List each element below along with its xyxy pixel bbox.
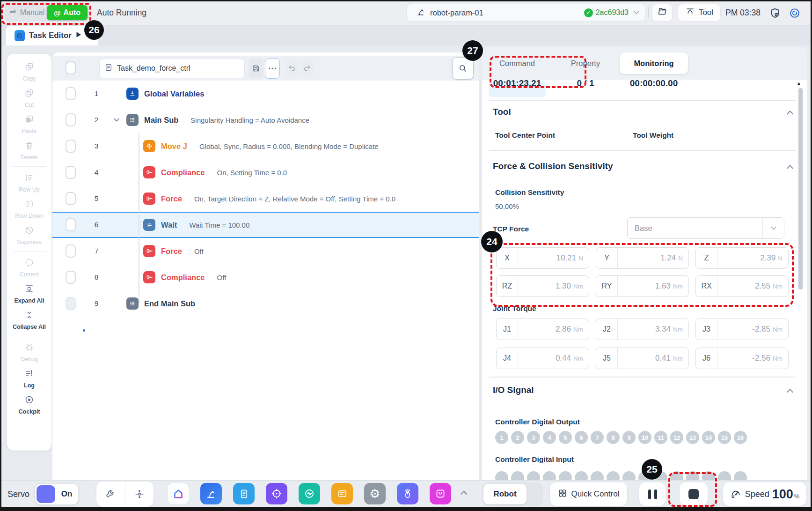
task-row-6-selected[interactable]: 6 Wait Wait Time = 100.00 [52, 212, 479, 238]
store-app-icon[interactable] [430, 483, 451, 504]
di-channel[interactable] [686, 471, 699, 480]
task-row-5[interactable]: 5 Force On, Target Direction = Z, Relati… [52, 185, 479, 212]
row-checkbox[interactable] [66, 244, 76, 258]
open-file-button[interactable] [652, 4, 673, 22]
do-channel[interactable]: 12 [670, 431, 683, 444]
row-checkbox[interactable] [66, 140, 76, 153]
sidebar-item-cut[interactable]: Cut [7, 85, 51, 111]
redo-button[interactable] [300, 59, 314, 77]
do-channel[interactable]: 11 [654, 431, 667, 444]
task-name-input[interactable]: Task_demo_force_ctrl [99, 59, 245, 78]
scroll-up-icon[interactable]: ▲ [797, 81, 801, 86]
di-channel[interactable] [575, 471, 588, 480]
sidebar-item-row-up[interactable]: Row Up [7, 170, 51, 196]
do-channel[interactable]: 10 [638, 431, 651, 444]
robot-sim-toggle[interactable]: Robot [482, 482, 543, 506]
di-channel[interactable] [527, 471, 540, 480]
di-channel[interactable] [495, 471, 508, 480]
task-row-9[interactable]: 9 End Main Sub [52, 290, 479, 317]
move-jog-button[interactable] [125, 481, 154, 507]
collapse-dock-icon[interactable] [460, 489, 468, 497]
sidebar-item-delete[interactable]: Delete [7, 137, 51, 163]
row-checkbox[interactable] [66, 218, 76, 231]
do-channel[interactable]: 16 [734, 431, 747, 444]
do-channel[interactable]: 7 [591, 431, 604, 444]
tab-property[interactable]: Property [551, 47, 620, 80]
row-checkbox[interactable] [66, 113, 76, 126]
row-checkbox[interactable] [66, 166, 76, 179]
robot-param-selector[interactable]: robot-param-01 ✓ 2ac693d3 [406, 4, 646, 22]
row-checkbox[interactable] [66, 271, 76, 284]
frame-dropdown[interactable]: Base [627, 217, 784, 239]
sidebar-item-row-down[interactable]: Row Down [7, 196, 51, 222]
remote-app-icon[interactable] [397, 483, 418, 504]
stop-button[interactable] [680, 482, 708, 506]
message-app-icon[interactable] [331, 483, 353, 504]
di-channel[interactable] [718, 471, 731, 480]
sidebar-item-copy[interactable]: Copy [7, 59, 51, 85]
sidebar-item-collapse-all[interactable]: Collapse All [7, 307, 51, 333]
sidebar-item-log[interactable]: Log [7, 365, 51, 392]
do-channel[interactable]: 15 [718, 431, 731, 444]
speed-button[interactable]: Speed 100 % [723, 482, 806, 506]
do-channel[interactable]: 14 [702, 431, 715, 444]
servo-toggle[interactable]: On [35, 483, 79, 505]
task-app-icon[interactable] [233, 483, 255, 504]
quick-control-button[interactable]: Quick Control [550, 482, 627, 506]
sidebar-item-current[interactable]: Current [7, 254, 51, 281]
sidebar-item-paste[interactable]: Paste [7, 111, 51, 137]
di-channel[interactable] [702, 471, 715, 480]
monitor-app-icon[interactable] [299, 483, 320, 504]
task-row-7[interactable]: 7 Force Off [52, 238, 479, 264]
do-channel[interactable]: 8 [607, 431, 620, 444]
collapse-section-icon[interactable] [786, 163, 794, 171]
do-channel[interactable]: 3 [527, 431, 540, 444]
row-checkbox[interactable] [66, 192, 76, 205]
safety-shield-icon[interactable] [769, 7, 781, 21]
sidebar-item-cockpit[interactable]: Cockpit [7, 392, 51, 418]
wrench-button[interactable] [96, 481, 125, 507]
row-checkbox[interactable] [66, 87, 76, 100]
scrollbar-thumb[interactable] [798, 88, 803, 289]
task-row-2[interactable]: 2 Main Sub Singularity Handling = Auto A… [52, 107, 479, 133]
save-button[interactable] [249, 58, 263, 79]
robot-app-icon[interactable] [200, 483, 222, 504]
tool-button[interactable]: Tool [678, 4, 721, 22]
di-channel[interactable] [734, 471, 747, 480]
do-channel[interactable]: 2 [511, 431, 524, 444]
di-channel[interactable] [511, 471, 524, 480]
do-channel[interactable]: 4 [543, 431, 556, 444]
collapse-chevron-icon[interactable] [110, 118, 123, 122]
collapse-section-icon[interactable] [786, 387, 794, 395]
home-app-icon[interactable] [168, 483, 189, 504]
do-channel[interactable]: 5 [559, 431, 572, 444]
settings-gear-app-icon[interactable]: ⚙ [364, 483, 386, 504]
di-channel[interactable] [670, 471, 683, 480]
di-channel[interactable] [559, 471, 572, 480]
collapse-section-icon[interactable] [786, 109, 794, 117]
manual-mode-button[interactable]: Manual [6, 5, 47, 20]
auto-mode-button[interactable]: @ Auto [47, 5, 88, 20]
sync-swirl-icon[interactable] [789, 7, 801, 21]
undo-button[interactable] [285, 59, 299, 77]
task-row-8[interactable]: 8 Compliance Off [52, 264, 479, 290]
di-channel[interactable] [607, 471, 620, 480]
sidebar-item-expand-all[interactable]: Expand All [7, 281, 51, 307]
more-button[interactable] [265, 58, 280, 79]
sidebar-item-debug[interactable]: Debug [7, 339, 51, 365]
select-all-checkbox[interactable] [66, 61, 76, 74]
jog-app-icon[interactable] [266, 483, 287, 504]
task-row-3[interactable]: 3 Move J Global, Sync, Radius = 0.000, B… [52, 133, 479, 159]
pause-button[interactable] [639, 482, 666, 506]
di-channel[interactable] [543, 471, 556, 480]
do-channel[interactable]: 9 [622, 431, 636, 444]
tab-command[interactable]: Command [483, 47, 551, 80]
task-row-4[interactable]: 4 Compliance On, Setting Time = 0.0 [52, 159, 479, 185]
di-channel[interactable] [622, 471, 636, 480]
do-channel[interactable]: 1 [495, 431, 508, 444]
tab-monitoring[interactable]: Monitoring [620, 52, 688, 74]
do-channel[interactable]: 13 [686, 431, 699, 444]
di-channel[interactable] [591, 471, 604, 480]
do-channel[interactable]: 6 [575, 431, 588, 444]
task-row-1[interactable]: 1 Global Variables [52, 81, 479, 107]
